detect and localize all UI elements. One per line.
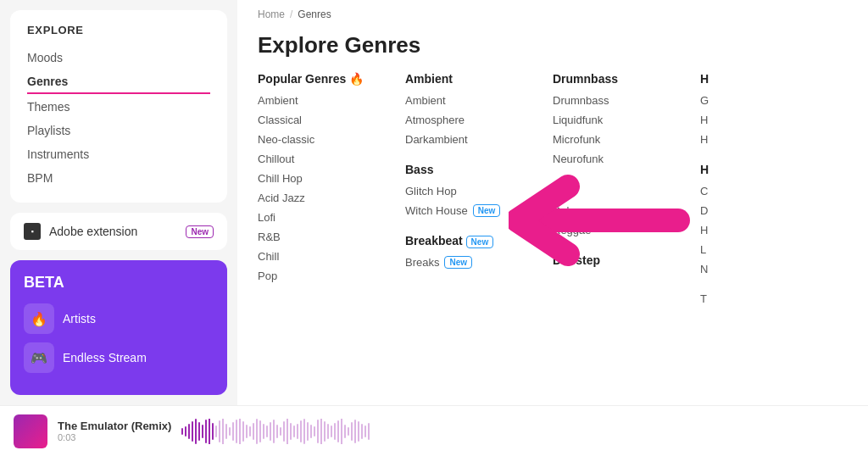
beta-card: BETA 🔥 Artists 🎮 Endless Stream — [10, 260, 227, 395]
popular-genres-header: Popular Genres 🔥 — [258, 72, 388, 86]
player-thumb-art — [14, 414, 47, 448]
breakbeat-new-badge: New — [466, 236, 494, 248]
explore-nav: Moods Genres Themes Playlists Instrument… — [27, 47, 210, 189]
t-list: T — [700, 292, 831, 305]
genre-item-microfunk[interactable]: Microfunk — [553, 133, 683, 146]
genre-item-l[interactable]: L — [700, 243, 831, 256]
breadcrumb: Home / Genres — [237, 0, 868, 29]
breadcrumb-home[interactable]: Home — [258, 8, 285, 20]
genre-item-breaks[interactable]: Breaks New — [405, 256, 536, 269]
popular-genres-list: Ambient Classical Neo-classic Chillout C… — [258, 94, 388, 282]
beta-title: BETA — [24, 274, 214, 292]
genre-item-lofi[interactable]: Lofi — [258, 211, 388, 224]
player-time: 0:03 — [58, 432, 171, 442]
genre-item-neurofunk[interactable]: Neurofunk — [553, 153, 683, 165]
genre-item-ambient2[interactable]: Ambient — [405, 94, 536, 107]
genre-section-h1: H G H H — [700, 72, 831, 146]
h2-list: C D H L N — [700, 185, 831, 275]
genre-column-ambient: Ambient Ambient Atmosphere Darkambient B… — [405, 72, 553, 322]
bass-header: Bass — [405, 163, 536, 176]
genre-item-c[interactable]: C — [700, 185, 831, 197]
genre-section-t: T — [700, 292, 831, 305]
player-waveform[interactable] — [181, 419, 854, 444]
explore-card: EXPLORE Moods Genres Themes Playlists In… — [10, 10, 227, 203]
genre-item-chill[interactable]: Chill — [258, 250, 388, 263]
adobe-label: Adobe extension — [49, 225, 177, 238]
sidebar-item-playlists[interactable]: Playlists — [27, 120, 210, 142]
drumnbass-header: Drumnbass — [553, 72, 683, 86]
genre-section-breakbeat: Breakbeat New Breaks New — [405, 234, 536, 269]
genre-item-h2[interactable]: H — [700, 133, 831, 146]
genre-item-d[interactable]: D — [700, 204, 831, 217]
genre-section-ambient: Ambient Ambient Atmosphere Darkambient — [405, 72, 536, 146]
player-thumbnail — [14, 414, 47, 448]
beta-items: 🔥 Artists 🎮 Endless Stream — [24, 303, 214, 373]
genre-item-liquidfunk[interactable]: Liquidfunk — [553, 114, 683, 126]
genre-section-dub: Dub Dub Reggae — [553, 182, 683, 236]
genre-item-reggae[interactable]: Reggae — [553, 224, 683, 236]
genre-column-overflow: H G H H H C D H L N — [700, 72, 848, 322]
h2-header: H — [700, 163, 831, 176]
drumnbass-list: Drumnbass Liquidfunk Microfunk Neurofunk — [553, 94, 683, 165]
ambient-header: Ambient — [405, 72, 536, 86]
genre-item-glitchhop[interactable]: Glitch Hop — [405, 185, 536, 197]
explore-title: EXPLORE — [27, 24, 210, 36]
main-content: Home / Genres Explore Genres Popular Gen… — [237, 0, 868, 405]
dub-header: Dub — [553, 182, 683, 196]
genre-item-atmosphere[interactable]: Atmosphere — [405, 114, 536, 126]
sidebar-item-themes[interactable]: Themes — [27, 96, 210, 118]
adobe-icon: ▪ — [24, 223, 41, 240]
witchhouse-new-badge: New — [473, 204, 501, 217]
genre-item-t[interactable]: T — [700, 292, 831, 305]
gamepad-icon: 🎮 — [24, 342, 54, 373]
player-info: The Emulator (Remix) 0:03 — [58, 420, 171, 442]
h1-list: G H H — [700, 94, 831, 146]
fire-icon: 🔥 — [24, 303, 54, 334]
beta-item-endless-stream[interactable]: 🎮 Endless Stream — [24, 342, 214, 373]
breaks-new-badge: New — [444, 256, 472, 269]
genre-item-n[interactable]: N — [700, 263, 831, 275]
beta-endless-stream-label: Endless Stream — [63, 351, 147, 364]
genre-item-witchhouse[interactable]: Witch House New — [405, 204, 536, 217]
h1-header: H — [700, 72, 831, 86]
bass-list: Glitch Hop Witch House New — [405, 185, 536, 217]
breakbeat-header: Breakbeat New — [405, 234, 536, 247]
genre-item-chillhop[interactable]: Chill Hop — [258, 172, 388, 185]
genre-column-popular: Popular Genres 🔥 Ambient Classical Neo-c… — [258, 72, 405, 322]
genre-item-h3[interactable]: H — [700, 224, 831, 236]
genre-section-drumnbass: Drumnbass Drumnbass Liquidfunk Microfunk… — [553, 72, 683, 165]
breadcrumb-separator: / — [290, 8, 292, 20]
breadcrumb-current: Genres — [298, 8, 331, 20]
sidebar-item-moods[interactable]: Moods — [27, 47, 210, 69]
genre-section-h2: H C D H L N — [700, 163, 831, 275]
genre-section-dubstep: Dubstep — [553, 253, 683, 267]
sidebar-item-bpm[interactable]: BPM — [27, 167, 210, 189]
beta-item-artists[interactable]: 🔥 Artists — [24, 303, 214, 334]
player-bar: The Emulator (Remix) 0:03 — [0, 405, 868, 456]
genre-item-classical[interactable]: Classical — [258, 114, 388, 126]
genre-item-ambient[interactable]: Ambient — [258, 94, 388, 107]
sidebar-item-instruments[interactable]: Instruments — [27, 143, 210, 165]
genre-item-pop[interactable]: Pop — [258, 270, 388, 282]
genre-item-acidjazz[interactable]: Acid Jazz — [258, 192, 388, 204]
genre-item-neoclassic[interactable]: Neo-classic — [258, 133, 388, 146]
sidebar: EXPLORE Moods Genres Themes Playlists In… — [0, 0, 237, 405]
genres-grid: Popular Genres 🔥 Ambient Classical Neo-c… — [237, 72, 868, 322]
genre-item-drumnbass[interactable]: Drumnbass — [553, 94, 683, 107]
genre-item-h1[interactable]: H — [700, 114, 831, 126]
genre-section-bass: Bass Glitch Hop Witch House New — [405, 163, 536, 217]
player-track-name: The Emulator (Remix) — [58, 420, 171, 432]
beta-artists-label: Artists — [63, 312, 96, 325]
dubstep-header: Dubstep — [553, 253, 683, 267]
genre-item-rnb[interactable]: R&B — [258, 231, 388, 243]
page-title: Explore Genres — [237, 29, 868, 72]
adobe-card[interactable]: ▪ Adobe extension New — [10, 213, 227, 250]
sidebar-item-genres[interactable]: Genres — [27, 70, 210, 94]
genre-item-darkambient[interactable]: Darkambient — [405, 133, 536, 146]
main-layout: EXPLORE Moods Genres Themes Playlists In… — [0, 0, 868, 405]
genre-item-g[interactable]: G — [700, 94, 831, 107]
adobe-new-badge: New — [186, 225, 214, 238]
ambient-list: Ambient Atmosphere Darkambient — [405, 94, 536, 146]
genre-item-dub[interactable]: Dub — [553, 204, 683, 217]
genre-item-chillout[interactable]: Chillout — [258, 153, 388, 165]
